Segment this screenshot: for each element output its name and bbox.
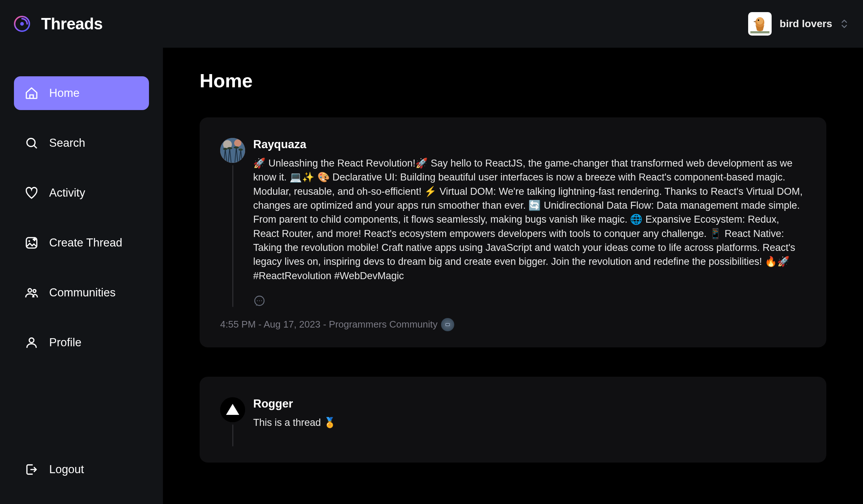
sidebar-item-search[interactable]: Search — [14, 126, 149, 160]
svg-point-16 — [223, 148, 227, 150]
post-avatar[interactable] — [220, 397, 245, 422]
reply-icon[interactable] — [253, 295, 266, 307]
svg-point-19 — [238, 149, 243, 151]
sidebar-item-home[interactable]: Home — [14, 76, 149, 110]
sidebar-item-label: Logout — [49, 463, 84, 476]
svg-point-12 — [29, 338, 34, 343]
svg-point-15 — [234, 139, 241, 147]
community-badge-icon — [441, 318, 454, 331]
post: Rayquaza 🚀 Unleashing the React Revoluti… — [200, 117, 826, 347]
svg-point-5 — [758, 19, 759, 21]
search-icon — [24, 136, 39, 150]
sidebar-item-label: Create Thread — [49, 236, 122, 249]
user-switcher[interactable]: bird lovers — [748, 12, 848, 36]
svg-point-9 — [28, 240, 30, 242]
svg-point-1 — [20, 22, 24, 26]
sidebar-item-profile[interactable]: Profile — [14, 326, 149, 359]
chevron-updown-icon — [840, 19, 848, 29]
sidebar-item-communities[interactable]: Communities — [14, 276, 149, 310]
user-name: bird lovers — [780, 18, 832, 30]
thread-line — [232, 424, 233, 446]
sidebar-item-label: Search — [49, 136, 85, 150]
sidebar-item-logout[interactable]: Logout — [14, 453, 149, 486]
feed: Rayquaza 🚀 Unleashing the React Revoluti… — [200, 117, 826, 463]
svg-rect-25 — [446, 324, 449, 325]
post-author[interactable]: Rayquaza — [253, 138, 806, 151]
create-icon — [24, 235, 39, 250]
sidebar-item-label: Communities — [49, 286, 116, 299]
post-body: This is a thread 🏅 — [253, 416, 806, 430]
home-icon — [24, 86, 39, 101]
heart-icon — [24, 186, 39, 200]
nav: Home Search Activity — [14, 76, 149, 453]
svg-point-10 — [28, 289, 32, 292]
svg-rect-6 — [750, 31, 769, 33]
svg-point-18 — [234, 146, 239, 149]
sidebar: Home Search Activity — [0, 48, 163, 504]
post-meta: 4:55 PM - Aug 17, 2023 - Programmers Com… — [220, 318, 806, 331]
post: Rogger This is a thread 🏅 — [200, 377, 826, 463]
sidebar-item-label: Home — [49, 87, 80, 100]
topbar: Threads bird lovers — [0, 0, 863, 48]
brand[interactable]: Threads — [13, 15, 103, 33]
svg-point-11 — [33, 289, 36, 292]
post-author[interactable]: Rogger — [253, 397, 806, 410]
sidebar-item-label: Activity — [49, 186, 85, 200]
app-logo-icon — [13, 15, 31, 33]
svg-point-17 — [227, 147, 232, 149]
main-content: Home — [163, 48, 863, 504]
svg-point-4 — [757, 17, 763, 25]
sidebar-item-create-thread[interactable]: Create Thread — [14, 226, 149, 260]
sidebar-item-label: Profile — [49, 336, 81, 349]
thread-line — [232, 165, 233, 307]
svg-point-22 — [259, 300, 260, 301]
post-avatar[interactable] — [220, 138, 245, 163]
post-meta-text: 4:55 PM - Aug 17, 2023 - Programmers Com… — [220, 319, 437, 330]
user-avatar — [748, 12, 772, 36]
sidebar-item-activity[interactable]: Activity — [14, 176, 149, 210]
profile-icon — [24, 335, 39, 350]
app-title: Threads — [41, 15, 103, 33]
communities-icon — [24, 285, 39, 300]
svg-point-21 — [257, 300, 258, 301]
svg-point-23 — [261, 300, 262, 301]
svg-point-7 — [27, 138, 35, 146]
post-body: 🚀 Unleashing the React Revolution!🚀 Say … — [253, 156, 806, 283]
page-title: Home — [200, 70, 826, 92]
logout-icon — [24, 462, 39, 477]
